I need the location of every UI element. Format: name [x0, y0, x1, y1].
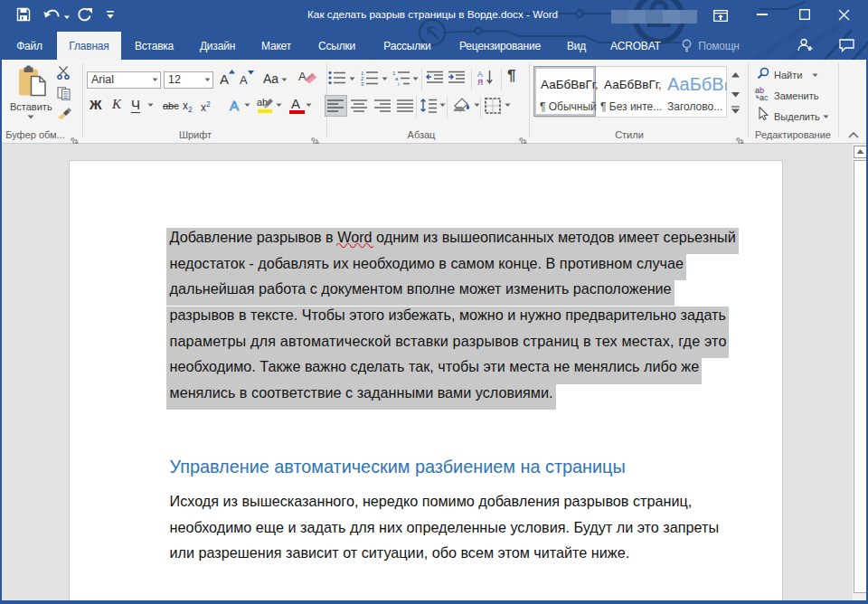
svg-text:A: A — [298, 70, 307, 83]
svg-text:А: А — [477, 70, 483, 79]
svg-text:i: i — [398, 81, 399, 86]
svg-text:Я: Я — [477, 78, 483, 86]
svg-text:3: 3 — [361, 81, 364, 86]
svg-text:c: c — [764, 93, 769, 101]
